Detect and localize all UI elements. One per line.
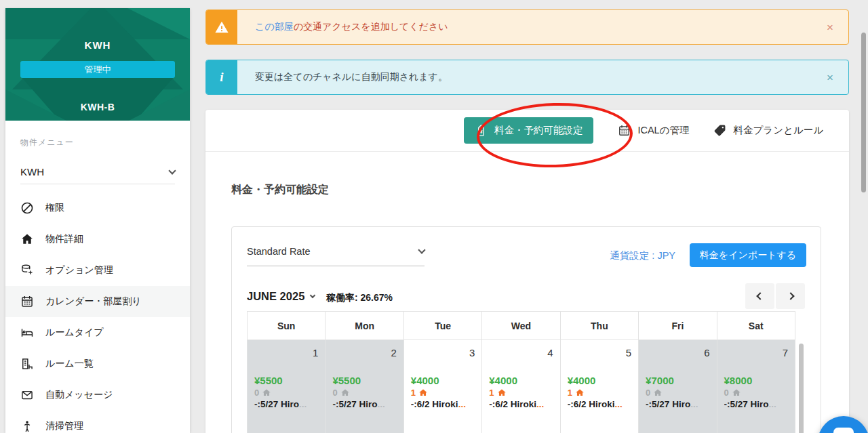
sidebar-nav: 権限 物件詳細 オプション管理 カレンダー・部屋割り ルームタイプ ルーム一覧 … [5,192,190,433]
info-alert: i 変更は全てのチャネルに自動同期されます。 × [205,60,849,95]
sidebar-item-label: ルームタイプ [45,327,104,339]
message-icon [20,388,34,402]
sidebar: KWH 管理中 KWH-B 物件メニュー KWH 権限 物件詳細 オプション管理… [5,8,190,433]
weekday-header-cell: Sun [248,312,326,340]
calendar-day-cell[interactable]: 3 ¥4000 1 -:6/2 Hiroki... [403,340,481,433]
close-icon[interactable]: × [827,72,833,83]
house-icon [574,388,585,398]
tab-label: ICALの管理 [637,124,689,137]
calendar-day-cell[interactable]: 1 ¥5500 0 -:5/27 Hiro... [248,340,326,433]
chevron-left-icon [756,292,764,300]
rate-plan-select[interactable]: Standard Rate [247,246,425,266]
svg-text:¥: ¥ [479,129,482,135]
sidebar-item-home[interactable]: 物件詳細 [5,224,190,255]
calendar-day-cell[interactable]: 4 ¥4000 1 -:6/2 Hiroki... [482,340,560,433]
sidebar-item-message[interactable]: 自動メッセージ [5,379,190,411]
occupied-count: 0 [332,388,337,398]
weekday-header-cell: Fri [639,312,717,340]
tag-icon [713,124,726,137]
booking-text: -:6/2 Hiroki [411,399,458,409]
weekday-header-cell: Sat [717,312,795,340]
weekday-header-cell: Wed [482,312,560,340]
month-select[interactable]: JUNE 2025 [247,290,315,303]
booking-text: -:5/27 Hiro [646,399,690,409]
day-booking: -:6/2 Hiroki... [489,399,553,409]
sidebar-item-person[interactable]: 清掃管理 [5,411,190,433]
sidebar-item-label: 物件詳細 [45,233,83,245]
day-booking: -:5/27 Hiro... [254,399,318,409]
sidebar-item-block[interactable]: 権限 [5,192,190,224]
day-occupancy: 1 [568,388,631,398]
sidebar-item-label: 自動メッセージ [45,389,113,401]
house-icon [496,388,507,398]
sidebar-item-label: カレンダー・部屋割り [45,295,142,308]
house-icon [340,388,351,398]
day-number: 7 [724,347,788,358]
occupied-count: 0 [254,388,259,398]
day-occupancy: 0 [646,388,709,398]
day-booking: -:6/2 Hiroki... [568,399,631,409]
sidebar-item-calendar[interactable]: カレンダー・部屋割り [5,286,190,317]
day-price: ¥5500 [254,375,318,386]
day-occupancy: 0 [724,388,788,398]
sidebar-item-building[interactable]: ルーム一覧 [5,348,190,379]
panel-scrollbar[interactable] [799,344,804,433]
room-link[interactable]: この部屋 [255,21,294,32]
calendar-day-cell[interactable]: 5 ¥4000 1 -:6/2 Hiroki... [560,340,638,433]
day-price: ¥4000 [568,375,631,386]
prev-month-button[interactable] [745,283,774,309]
price-tag-icon: ¥ [475,124,488,137]
brand-name: KWH [5,39,190,51]
calendar-day-cell[interactable]: 6 ¥7000 0 -:5/27 Hiro... [639,340,717,433]
options-icon [20,264,34,277]
weekday-header-row: SunMonTueWedThuFriSat [248,312,795,340]
info-icon: i [206,60,237,94]
managing-status-button[interactable]: 管理中 [20,61,175,78]
day-number: 5 [568,347,631,358]
house-icon [652,388,663,398]
main-content-card: ¥ 料金・予約可能設定 ICALの管理 料金プランとルール 料金・予約可能設定 … [205,110,849,433]
chevron-down-icon [168,167,176,174]
sidebar-item-label: ルーム一覧 [45,358,94,370]
day-occupancy: 1 [411,388,475,398]
rate-plan-select-value: Standard Rate [247,246,311,257]
house-icon [261,388,272,398]
close-icon[interactable]: × [827,22,833,33]
booking-text: -:6/2 Hiroki [489,399,536,409]
sidebar-item-options[interactable]: オプション管理 [5,255,190,286]
tab-bar: ¥ 料金・予約可能設定 ICALの管理 料金プランとルール [205,110,849,152]
weekday-header-cell: Mon [326,312,403,340]
sidebar-item-bed[interactable]: ルームタイプ [5,317,190,348]
booking-text: -:5/27 Hiro [724,399,769,409]
calendar-day-cell[interactable]: 7 ¥8000 0 -:5/27 Hiro... [717,340,795,433]
warning-alert-text: この部屋の交通アクセスを追加してください [255,21,448,33]
info-alert-text: 変更は全てのチャネルに自動同期されます。 [255,71,448,83]
chat-bubble-icon [833,428,854,433]
day-number: 6 [646,347,709,358]
day-occupancy: 0 [332,388,396,398]
property-menu-label: 物件メニュー [20,137,74,148]
brand-subname: KWH-B [5,102,190,112]
import-rates-button[interactable]: 料金をインポートする [690,243,806,267]
tab-1[interactable]: ¥ 料金・予約可能設定 [464,117,594,144]
day-price: ¥7000 [646,375,709,386]
building-icon [20,357,34,371]
tab-2[interactable]: ICALの管理 [618,124,689,137]
property-select[interactable]: KWH [20,160,175,184]
tab-label: 料金プランとルール [733,124,823,137]
day-number: 3 [411,347,475,358]
day-price: ¥5500 [332,375,396,386]
calendar-day-cell[interactable]: 2 ¥5500 0 -:5/27 Hiro... [326,340,403,433]
chevron-right-icon [787,292,794,300]
booking-text: -:5/27 Hiro [332,399,377,409]
tab-3[interactable]: 料金プランとルール [713,124,823,137]
currency-setting-label[interactable]: 通貨設定 : JPY [610,249,675,262]
day-number: 2 [332,347,396,358]
page-scrollbar[interactable] [861,33,866,192]
booking-text: -:6/2 Hiroki [568,399,615,409]
occupied-count: 1 [568,388,572,398]
sidebar-item-label: オプション管理 [45,264,113,276]
next-month-button[interactable] [776,283,805,309]
calendar-icon [618,124,631,137]
day-price: ¥4000 [489,375,553,386]
